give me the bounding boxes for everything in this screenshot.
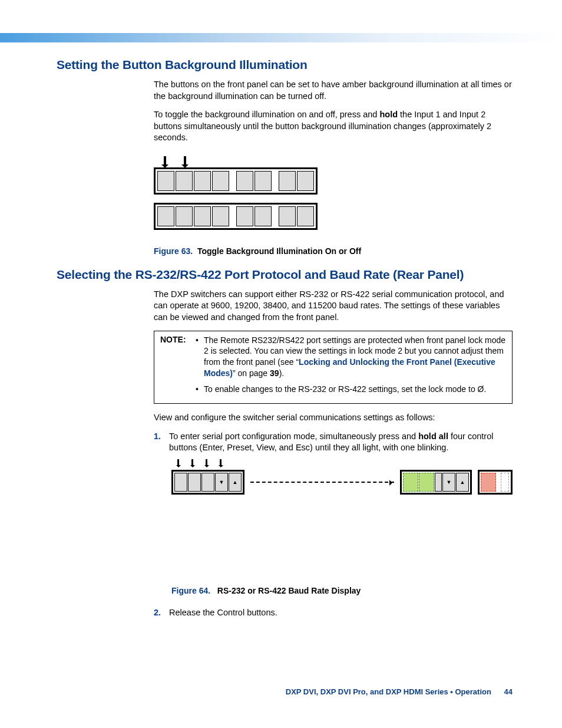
note-box: NOTE: • The Remote RS232/RS422 port sett… <box>154 331 513 404</box>
figure-number: Figure 63. <box>154 246 193 256</box>
control-panel-blinking <box>478 470 513 495</box>
control-button <box>174 473 187 492</box>
text: To enter serial port configuration mode,… <box>169 431 418 441</box>
section1-heading: Setting the Button Background Illuminati… <box>57 58 513 72</box>
section2-p1: The DXP switchers can support either RS-… <box>154 289 513 324</box>
note-item-2: To enable changes to the RS-232 or RS-42… <box>204 384 506 395</box>
control-button <box>188 473 201 492</box>
panel-button <box>212 171 229 191</box>
text: ). <box>279 368 285 378</box>
figure-title: RS-232 or RS-422 Baud Rate Display <box>217 586 361 595</box>
text: To toggle the background illumination on… <box>154 110 379 119</box>
step-number: 2. <box>154 607 169 619</box>
triangle-up-icon: ▲ <box>229 473 242 492</box>
panel-button <box>157 206 174 226</box>
footer-text: DXP DVI, DXP DVI Pro, and DXP HDMI Serie… <box>286 687 491 696</box>
section1-p1: The buttons on the front panel can be se… <box>154 79 513 102</box>
bullet-icon: • <box>196 335 204 380</box>
figure-title: Toggle Background Illumination On or Off <box>197 246 361 256</box>
figure-63-caption: Figure 63. Toggle Background Illuminatio… <box>154 246 513 256</box>
display-segment <box>501 473 509 492</box>
panel-button <box>236 171 253 191</box>
step-number: 1. <box>154 431 169 454</box>
figure-64: ▼ ▲ ▼ ▲ <box>171 467 513 498</box>
arrow-down-icon <box>177 459 179 465</box>
display-segment-blink <box>481 473 496 492</box>
triangle-down-icon: ▼ <box>215 473 228 492</box>
panel-button <box>297 206 314 226</box>
arrow-down-icon <box>184 156 186 164</box>
figure-63 <box>154 167 318 230</box>
note-label: NOTE: <box>160 335 196 400</box>
step-1: 1. To enter serial port configuration mo… <box>154 431 513 454</box>
panel-button <box>194 206 211 226</box>
display-segment <box>419 473 434 492</box>
bullet-icon: • <box>196 384 204 395</box>
panel-button <box>254 171 272 191</box>
arrow-down-icon <box>206 459 207 465</box>
bold-hold: hold <box>379 110 398 119</box>
arrow-down-icon <box>164 156 166 164</box>
panel-bottom <box>154 203 318 230</box>
triangle-down-icon: ▼ <box>442 473 455 492</box>
panel-button <box>194 171 211 191</box>
panel-button <box>297 171 314 191</box>
section1-p2: To toggle the background illumination on… <box>154 109 513 144</box>
panel-button <box>176 171 193 191</box>
panel-button <box>212 206 229 226</box>
figure-number: Figure 64. <box>171 586 210 595</box>
page-ref: 39 <box>270 368 279 378</box>
panel-button <box>279 171 296 191</box>
panel-top <box>154 167 318 195</box>
triangle-up-icon: ▲ <box>456 473 469 492</box>
figure-64-caption: Figure 64. RS-232 or RS-422 Baud Rate Di… <box>171 586 513 595</box>
note-item-1: The Remote RS232/RS422 port settings are… <box>204 335 506 380</box>
step-text: Release the Control buttons. <box>169 607 513 619</box>
control-panel-initial: ▼ ▲ <box>171 470 244 495</box>
header-gradient <box>0 33 562 42</box>
panel-button <box>157 171 174 191</box>
bold-hold-all: hold all <box>418 431 448 441</box>
section2-heading: Selecting the RS-232/RS-422 Port Protoco… <box>57 268 513 282</box>
control-button <box>435 473 442 492</box>
panel-button <box>254 206 272 226</box>
arrow-down-icon <box>191 459 193 465</box>
control-panel-lit: ▼ ▲ <box>400 470 472 495</box>
step-2: 2. Release the Control buttons. <box>154 607 513 619</box>
page-number: 44 <box>504 687 513 696</box>
panel-button <box>236 206 253 226</box>
control-button <box>201 473 214 492</box>
section2-p2: View and configure the switcher serial c… <box>154 412 513 424</box>
arrow-right-icon <box>250 482 394 483</box>
panel-button <box>279 206 296 226</box>
page-footer: DXP DVI, DXP DVI Pro, and DXP HDMI Serie… <box>286 687 513 696</box>
control-button <box>497 473 500 492</box>
display-segment <box>403 473 418 492</box>
panel-button <box>176 206 193 226</box>
text: ” on page <box>233 368 270 378</box>
arrow-down-icon <box>220 459 222 465</box>
